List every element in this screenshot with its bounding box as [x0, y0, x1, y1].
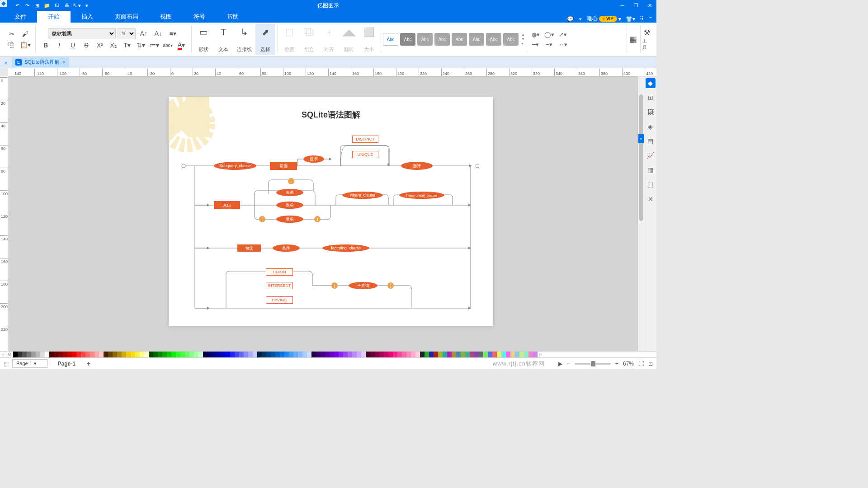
color-swatch[interactable]: [370, 352, 375, 358]
color-swatch[interactable]: [406, 352, 411, 358]
node-subq2[interactable]: 子查询: [349, 282, 377, 289]
color-swatch[interactable]: [271, 352, 275, 358]
color-swatch[interactable]: [524, 352, 528, 358]
line-style-icon[interactable]: ━▾: [529, 40, 542, 48]
color-swatch[interactable]: [126, 352, 131, 358]
color-swatch[interactable]: [510, 352, 515, 358]
panel-shuffle-icon[interactable]: ⤨: [646, 194, 656, 204]
color-swatch[interactable]: [40, 352, 45, 358]
menu-view[interactable]: 视图: [149, 11, 183, 23]
style-swatch[interactable]: Abc: [469, 33, 484, 46]
color-swatch[interactable]: [94, 352, 99, 358]
node-rparen2[interactable]: ): [387, 282, 394, 289]
color-swatch[interactable]: [13, 352, 18, 358]
save-icon[interactable]: 🖫: [52, 1, 61, 10]
color-swatch[interactable]: [334, 352, 339, 358]
dash-style-icon[interactable]: ┅▾: [542, 40, 556, 48]
colorbar-left-icon[interactable]: ◃: [0, 352, 6, 357]
zoom-out-icon[interactable]: −: [567, 361, 570, 367]
color-swatch[interactable]: [22, 352, 27, 358]
tools-button[interactable]: ⚒工具: [640, 26, 653, 53]
style-swatch[interactable]: Abc: [400, 33, 415, 46]
node-having[interactable]: HAVING: [266, 296, 293, 304]
node-table3[interactable]: 表单: [276, 216, 303, 223]
color-swatch[interactable]: [515, 352, 519, 358]
node-from[interactable]: 来自: [214, 201, 240, 209]
node-lparen2[interactable]: (: [331, 282, 338, 289]
node-factoring[interactable]: factoring_clause: [322, 244, 369, 252]
color-swatch[interactable]: [452, 352, 456, 358]
color-swatch[interactable]: [470, 352, 474, 358]
color-swatch[interactable]: [397, 352, 402, 358]
undo-icon[interactable]: ↶: [13, 1, 22, 10]
color-swatch[interactable]: [162, 352, 167, 358]
minimize-button[interactable]: ─: [616, 0, 629, 11]
color-swatch[interactable]: [492, 352, 497, 358]
style-swatch[interactable]: Abc: [383, 33, 398, 46]
panel-format-icon[interactable]: ◆: [646, 78, 656, 88]
color-swatch[interactable]: [244, 352, 248, 358]
style-swatch[interactable]: Abc: [486, 33, 501, 46]
cut-icon[interactable]: ✂: [5, 28, 18, 39]
panel-page-icon[interactable]: ▤: [646, 136, 656, 146]
fill-icon[interactable]: ◍▾: [529, 30, 542, 38]
page-layout-icon[interactable]: ⬚: [4, 361, 9, 367]
open-icon[interactable]: 📁: [42, 1, 52, 10]
color-swatch[interactable]: [280, 352, 284, 358]
node-union[interactable]: UNION: [266, 268, 293, 276]
color-swatch[interactable]: [443, 352, 447, 358]
color-swatch[interactable]: [153, 352, 158, 358]
color-swatch[interactable]: [176, 352, 180, 358]
color-swatch[interactable]: [185, 352, 189, 358]
color-swatch[interactable]: [447, 352, 452, 358]
color-swatch[interactable]: [217, 352, 221, 358]
bullets-icon[interactable]: ≔▾: [148, 40, 160, 51]
subscript-icon[interactable]: X₂: [107, 40, 120, 51]
color-swatch[interactable]: [321, 352, 325, 358]
color-swatch[interactable]: [113, 352, 117, 358]
node-select[interactable]: 选择: [401, 162, 433, 170]
color-swatch[interactable]: [343, 352, 348, 358]
color-swatch[interactable]: [384, 352, 388, 358]
zoom-slider[interactable]: [575, 363, 611, 365]
node-where[interactable]: where_clause: [342, 192, 383, 199]
color-swatch[interactable]: [208, 352, 212, 358]
color-swatch[interactable]: [311, 352, 316, 358]
node-lparen[interactable]: (: [259, 216, 265, 222]
style-swatch[interactable]: Abc: [452, 33, 467, 46]
color-swatch[interactable]: [221, 352, 226, 358]
add-page-button[interactable]: +: [82, 358, 95, 369]
color-swatch[interactable]: [361, 352, 366, 358]
color-swatch[interactable]: [434, 352, 438, 358]
align-para-icon[interactable]: ≡▾: [166, 28, 179, 39]
color-swatch[interactable]: [379, 352, 384, 358]
zoom-in-icon[interactable]: +: [615, 361, 618, 367]
panel-data-icon[interactable]: ⬚: [646, 179, 656, 189]
color-swatch[interactable]: [45, 352, 49, 358]
node-cond[interactable]: 条件: [273, 244, 300, 252]
node-subquery[interactable]: Subquery_clause: [214, 162, 256, 170]
color-swatch[interactable]: [275, 352, 280, 358]
color-swatch[interactable]: [54, 352, 58, 358]
crop-icon[interactable]: ⤢▾: [556, 30, 570, 38]
color-swatch[interactable]: [90, 352, 94, 358]
color-swatch[interactable]: [501, 352, 506, 358]
color-swatch[interactable]: [375, 352, 379, 358]
color-swatch[interactable]: [528, 352, 533, 358]
color-swatch[interactable]: [438, 352, 443, 358]
collapse-ribbon-icon[interactable]: ⌃: [648, 16, 653, 22]
page-tab[interactable]: Page-1: [52, 359, 82, 369]
menu-insert[interactable]: 插入: [71, 11, 104, 23]
color-swatch[interactable]: [388, 352, 393, 358]
color-swatch[interactable]: [429, 352, 434, 358]
tool-text[interactable]: T文本: [213, 24, 233, 55]
color-swatch[interactable]: [122, 352, 126, 358]
user-menu[interactable]: 唯心 ♦ VIP ▾: [587, 15, 621, 23]
color-swatch[interactable]: [425, 352, 429, 358]
canvas[interactable]: SQLite语法图解: [8, 76, 637, 351]
color-swatch[interactable]: [212, 352, 217, 358]
color-swatch[interactable]: [239, 352, 244, 358]
color-swatch[interactable]: [117, 352, 122, 358]
font-grow-icon[interactable]: A↑: [137, 28, 150, 39]
copy-icon[interactable]: ⿻: [5, 39, 18, 50]
